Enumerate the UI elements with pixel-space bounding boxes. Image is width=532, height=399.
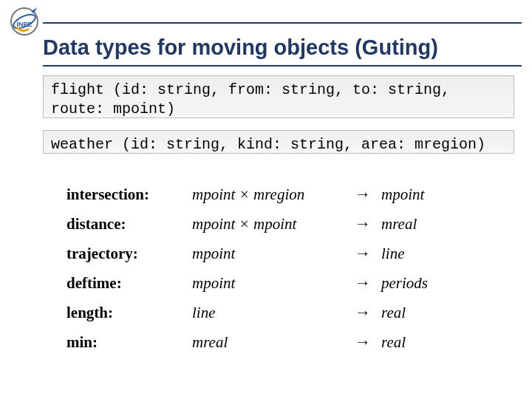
arrow-icon: → — [355, 185, 381, 204]
op-sig: mpoint × mregion — [192, 185, 355, 204]
arrow-icon: → — [355, 273, 381, 293]
op-name: trajectory: — [66, 245, 192, 263]
rule-under-title — [43, 65, 522, 66]
op-row: intersection: mpoint × mregion → mpoint — [66, 185, 502, 204]
op-row: trajectory: mpoint → line — [66, 244, 502, 263]
op-row: deftime: mpoint → periods — [66, 273, 502, 293]
op-result: line — [381, 245, 405, 263]
op-row: min: mreal → real — [66, 332, 502, 352]
op-name: deftime: — [66, 274, 192, 293]
op-result: periods — [381, 274, 428, 293]
op-result: mpoint — [381, 185, 424, 204]
code-box-flight: flight (id: string, from: string, to: st… — [43, 75, 514, 118]
op-row: distance: mpoint × mpoint → mreal — [66, 214, 502, 233]
op-result: real — [381, 333, 406, 352]
arrow-icon: → — [355, 303, 381, 322]
op-sig: mpoint — [192, 274, 355, 293]
op-name: distance: — [66, 215, 192, 233]
inpe-logo-icon: INPE — [7, 4, 41, 38]
code-box-weather: weather (id: string, kind: string, area:… — [43, 130, 514, 154]
slide-title: Data types for moving objects (Guting) — [43, 35, 522, 60]
rule-top — [43, 22, 522, 24]
op-result: mreal — [381, 215, 417, 233]
operations-table: intersection: mpoint × mregion → mpoint … — [66, 185, 502, 362]
arrow-icon: → — [355, 214, 381, 233]
op-sig: mpoint — [192, 245, 355, 263]
op-sig: mpoint × mpoint — [192, 215, 355, 233]
op-name: length: — [66, 304, 192, 322]
op-name: intersection: — [66, 185, 192, 204]
op-row: length: line → real — [66, 303, 502, 322]
op-sig: line — [192, 304, 355, 322]
op-result: real — [381, 304, 406, 322]
arrow-icon: → — [355, 332, 381, 352]
op-name: min: — [66, 333, 192, 352]
arrow-icon: → — [355, 244, 381, 263]
op-sig: mreal — [192, 333, 355, 352]
